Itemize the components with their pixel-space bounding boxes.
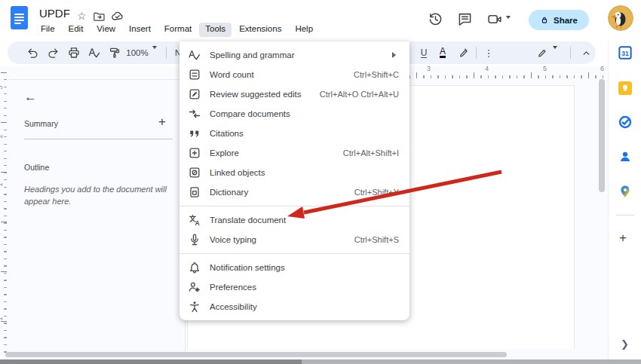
document-title[interactable]: UPDF <box>39 7 70 20</box>
menu-item-linked-objects[interactable]: Linked objects <box>179 163 409 182</box>
ruler-number: 5 <box>543 65 547 72</box>
preferences-icon <box>189 281 201 293</box>
history-icon[interactable] <box>428 12 445 27</box>
menu-item-citations[interactable]: Citations <box>179 124 409 143</box>
menubar-format[interactable]: Format <box>158 23 198 37</box>
notifications-icon <box>189 262 201 274</box>
voice-typing-icon <box>189 234 201 246</box>
paint-format-icon[interactable] <box>106 45 123 60</box>
menubar-view[interactable]: View <box>90 23 121 37</box>
underline-icon[interactable]: U <box>416 45 432 60</box>
more-options-icon[interactable]: ⋮ <box>480 45 497 60</box>
menubar-edit[interactable]: Edit <box>63 23 90 37</box>
cloud-status-icon[interactable] <box>112 11 124 20</box>
menu-item-compare-documents[interactable]: Compare documents <box>179 104 409 124</box>
undo-icon[interactable] <box>24 45 41 60</box>
menu-item-notification-settings[interactable]: Notification settings <box>179 258 409 277</box>
zoom-select[interactable]: 100% <box>124 45 150 60</box>
menu-item-dictionary[interactable]: Dictionary Ctrl+Shift+Y <box>179 182 409 202</box>
citations-icon <box>189 127 201 139</box>
ruler-number: 3 <box>0 85 4 89</box>
menubar-tools[interactable]: Tools <box>199 23 232 37</box>
ruler-number: 4 <box>485 65 489 72</box>
close-outline-icon[interactable]: ← <box>24 90 37 105</box>
move-folder-icon[interactable] <box>94 11 105 21</box>
menu-item-accessibility[interactable]: Accessibility <box>179 297 409 317</box>
svg-text:A: A <box>195 219 200 226</box>
calendar-icon[interactable]: 31 <box>618 46 632 60</box>
zoom-caret-icon[interactable] <box>152 49 157 63</box>
ruler-number: 3 <box>427 65 431 72</box>
menu-item-voice-typing[interactable]: Voice typing Ctrl+Shift+S <box>179 230 409 249</box>
spellcheck-icon <box>189 49 201 61</box>
menu-item-explore[interactable]: Explore Ctrl+Alt+Shift+I <box>179 143 409 163</box>
svg-text:31: 31 <box>621 50 629 57</box>
outline-panel: ← Summary + Outline Headings you add to … <box>9 79 186 355</box>
window-bottom-edge-dark <box>0 359 302 364</box>
outline-label: Outline <box>24 163 49 172</box>
ruler-number: 2 <box>0 134 4 138</box>
compare-documents-icon <box>189 108 201 120</box>
menu-item-preferences[interactable]: Preferences <box>179 277 409 297</box>
vertical-scrollbar[interactable] <box>599 79 605 192</box>
menubar-file[interactable]: File <box>35 23 61 37</box>
translate-icon: A <box>189 214 201 226</box>
outline-hint: Headings you add to the document will ap… <box>24 184 175 208</box>
menubar-extensions[interactable]: Extensions <box>233 23 287 37</box>
horizontal-scrollbar[interactable] <box>5 352 507 357</box>
menu-item-word-count[interactable]: Word count Ctrl+Shift+C <box>179 65 409 84</box>
maps-icon[interactable] <box>618 185 632 198</box>
video-call-caret-icon[interactable] <box>506 19 511 32</box>
video-call-icon[interactable] <box>487 12 504 27</box>
submenu-arrow-icon <box>392 52 399 58</box>
menu-item-spelling-and-grammar[interactable]: Spelling and grammar <box>179 45 409 65</box>
tasks-icon[interactable] <box>618 115 632 129</box>
redo-icon[interactable] <box>45 45 62 60</box>
account-avatar[interactable] <box>608 5 633 31</box>
collapse-menus-icon[interactable] <box>578 45 594 60</box>
menubar: File Edit View Insert Format Tools Exten… <box>35 23 319 37</box>
add-icon[interactable]: + <box>619 231 627 246</box>
add-summary-icon[interactable]: + <box>158 115 166 130</box>
summary-label: Summary <box>24 119 58 128</box>
linked-objects-icon <box>189 167 201 179</box>
highlight-color-icon[interactable] <box>455 45 472 60</box>
vertical-ruler: 3 2 1 1 <box>0 72 7 354</box>
accessibility-icon <box>189 301 201 313</box>
share-button[interactable]: Share <box>529 10 589 30</box>
spellcheck-icon[interactable] <box>86 45 103 60</box>
contacts-icon[interactable] <box>618 150 632 164</box>
menu-item-translate-document[interactable]: A Translate document <box>179 210 409 230</box>
keep-icon[interactable] <box>618 81 632 95</box>
ruler-number: 6 <box>600 65 604 72</box>
explore-icon <box>189 147 201 159</box>
lock-icon <box>540 15 549 25</box>
comments-icon[interactable] <box>458 12 474 27</box>
review-edits-icon <box>189 88 201 100</box>
ruler-number: 1 <box>0 182 4 186</box>
sidebar-divider <box>616 215 634 216</box>
text-color-icon[interactable]: A <box>434 45 451 60</box>
companion-sidebar: 31 <box>608 41 641 359</box>
dictionary-icon <box>189 186 201 198</box>
ruler-number: 1 <box>0 317 4 320</box>
menubar-insert[interactable]: Insert <box>123 23 157 37</box>
panel-divider <box>24 139 173 139</box>
share-label: Share <box>554 16 578 25</box>
star-icon[interactable]: ☆ <box>77 10 87 22</box>
editing-mode-pen-icon[interactable] <box>534 45 551 60</box>
menubar-help[interactable]: Help <box>289 23 319 37</box>
google-docs-window: UPDF ☆ File Edit View Insert Format Tool… <box>0 0 641 364</box>
menu-item-review-suggested-edits[interactable]: Review suggested edits Ctrl+Alt+O Ctrl+A… <box>179 84 409 104</box>
docs-logo-icon[interactable] <box>11 6 28 29</box>
editing-mode-caret-icon[interactable] <box>553 49 557 63</box>
print-icon[interactable] <box>66 45 82 60</box>
chevron-right-icon[interactable]: ❯ <box>621 338 629 350</box>
tools-menu: Spelling and grammar Word count Ctrl+Shi… <box>179 41 409 320</box>
word-count-icon <box>189 69 201 81</box>
